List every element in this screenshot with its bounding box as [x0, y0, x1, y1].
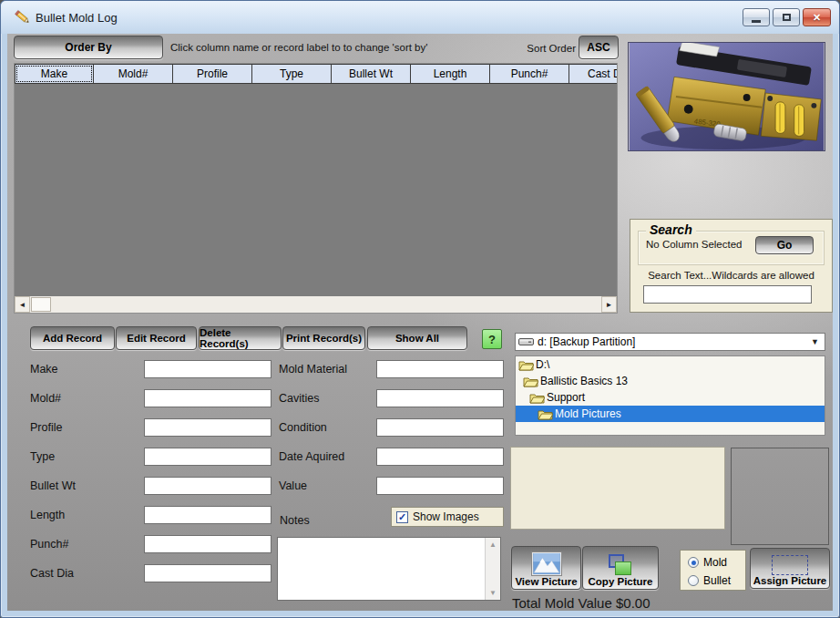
notes-textarea[interactable]: [278, 538, 485, 600]
drive-dropdown[interactable]: d: [Backup Partition] ▼: [515, 333, 825, 351]
folder-icon: [529, 392, 545, 404]
search-go-button[interactable]: Go: [755, 236, 814, 254]
close-icon: ✕: [813, 12, 821, 24]
sort-hint-text: Click column name or record label to to …: [170, 42, 427, 53]
tree-item-mold-pictures[interactable]: Mold Pictures: [516, 406, 825, 422]
print-records-button[interactable]: Print Record(s): [282, 326, 365, 350]
column-header-length[interactable]: Length: [411, 64, 490, 84]
bullet-wt-input[interactable]: [144, 477, 271, 495]
value-label: Value: [279, 479, 307, 492]
length-input[interactable]: [144, 506, 271, 524]
mold-number-label: Mold#: [30, 392, 61, 405]
column-header-type[interactable]: Type: [252, 64, 332, 84]
close-button[interactable]: ✕: [803, 8, 831, 26]
copy-picture-button[interactable]: Copy Picture: [582, 546, 659, 590]
notes-scroll-up-icon[interactable]: ▲: [489, 538, 497, 551]
maximize-button[interactable]: [773, 8, 800, 26]
picture-file-list[interactable]: [510, 447, 725, 530]
notes-field: ▲ ▼: [277, 537, 501, 601]
mold-material-input[interactable]: [376, 360, 504, 378]
folder-tree: D:\ Ballistic Basics 13 Support Mold Pic…: [515, 355, 825, 436]
make-input[interactable]: [144, 360, 271, 378]
column-header-bulletwt[interactable]: Bullet Wt: [332, 64, 411, 84]
radio-selected-icon: [688, 557, 699, 568]
tree-item-label: Ballistic Basics 13: [540, 375, 628, 387]
search-input[interactable]: [643, 285, 812, 304]
tree-item-support[interactable]: Support: [516, 389, 825, 406]
show-images-panel: ✓ Show Images: [391, 507, 504, 527]
grid-horizontal-scrollbar[interactable]: ◄ ►: [15, 296, 617, 313]
radio-bullet-label: Bullet: [703, 574, 731, 587]
sort-order-asc-button[interactable]: ASC: [579, 36, 619, 59]
mold-material-label: Mold Material: [279, 363, 347, 376]
folder-icon: [518, 359, 534, 371]
show-all-button[interactable]: Show All: [367, 326, 467, 350]
view-picture-button[interactable]: View Picture: [511, 546, 581, 590]
bullet-wt-label: Bullet Wt: [30, 479, 76, 492]
pencil-icon: [14, 8, 31, 26]
column-header-profile[interactable]: Profile: [173, 64, 252, 84]
delete-records-button[interactable]: Delete Record(s): [199, 326, 282, 350]
cast-dia-label: Cast Dia: [30, 567, 74, 580]
folder-icon: [523, 376, 538, 387]
column-header-make[interactable]: Make: [15, 64, 94, 84]
column-header-mold[interactable]: Mold#: [94, 64, 173, 84]
assign-picture-label: Assign Picture: [753, 575, 827, 586]
type-input[interactable]: [144, 448, 271, 466]
notes-scroll-down-icon[interactable]: ▼: [489, 586, 497, 600]
punch-number-label: Punch#: [30, 538, 68, 551]
condition-input[interactable]: [376, 418, 504, 437]
edit-record-button[interactable]: Edit Record: [116, 326, 197, 350]
search-column-status: No Column Selected: [646, 239, 742, 250]
order-by-button[interactable]: Order By: [14, 36, 163, 59]
add-record-button[interactable]: Add Record: [30, 326, 115, 350]
profile-input[interactable]: [144, 418, 271, 437]
profile-label: Profile: [30, 421, 62, 434]
folder-icon: [538, 408, 553, 420]
tree-item-ballistic-basics[interactable]: Ballistic Basics 13: [516, 373, 825, 389]
grid-body-empty: [15, 84, 617, 296]
minimize-button[interactable]: [743, 8, 770, 26]
radio-mold-label: Mold: [703, 556, 727, 569]
length-label: Length: [30, 509, 65, 521]
help-button[interactable]: ?: [482, 329, 502, 349]
column-header-castdia[interactable]: Cast Dia: [569, 64, 617, 84]
assign-picture-icon: [772, 555, 808, 575]
date-aquired-input[interactable]: [376, 448, 504, 466]
drive-icon: [518, 336, 534, 347]
notes-scrollbar[interactable]: ▲ ▼: [485, 538, 500, 600]
value-input[interactable]: [376, 477, 504, 495]
search-title: Search: [646, 222, 696, 237]
cavities-label: Cavities: [279, 392, 319, 405]
drive-dropdown-value: d: [Backup Partition]: [538, 335, 635, 348]
scroll-left-button[interactable]: ◄: [15, 296, 30, 313]
picture-target-panel: Mold Bullet: [680, 550, 746, 591]
radio-bullet[interactable]: Bullet: [688, 574, 745, 587]
search-panel: Search No Column Selected Go Search Text…: [630, 219, 833, 313]
notes-label: Notes: [280, 514, 310, 527]
sort-order-label: Sort Order: [523, 43, 576, 54]
cavities-input[interactable]: [376, 389, 504, 407]
radio-mold[interactable]: Mold: [688, 556, 745, 569]
type-label: Type: [30, 450, 55, 463]
show-images-checkbox[interactable]: ✓: [396, 511, 408, 523]
punch-number-input[interactable]: [144, 535, 271, 553]
picture-preview-box: [731, 448, 829, 545]
column-header-punch[interactable]: Punch#: [490, 64, 569, 84]
mold-photo-image: 485-320: [628, 42, 825, 151]
condition-label: Condition: [279, 421, 327, 434]
check-icon: ✓: [398, 511, 406, 523]
copy-icon: [609, 554, 632, 576]
scroll-left-icon: ◄: [19, 301, 26, 309]
scroll-right-button[interactable]: ►: [601, 296, 617, 313]
assign-picture-button[interactable]: Assign Picture: [750, 548, 830, 589]
maximize-icon: [783, 14, 791, 21]
make-label: Make: [30, 363, 58, 376]
mold-number-input[interactable]: [144, 389, 271, 407]
record-grid: Make Mold# Profile Type Bullet Wt Length…: [14, 63, 618, 314]
cast-dia-input[interactable]: [144, 564, 271, 582]
scroll-thumb[interactable]: [31, 297, 51, 312]
radio-unselected-icon: [688, 575, 699, 586]
window-title: Bullet Mold Log: [36, 11, 118, 25]
tree-item-drive-root[interactable]: D:\: [516, 356, 825, 373]
